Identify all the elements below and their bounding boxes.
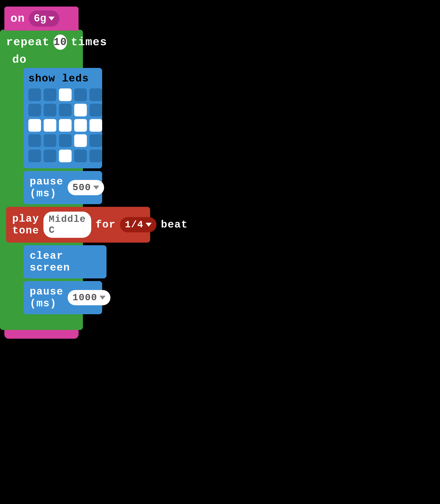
repeat-header: repeat 10 times — [6, 34, 77, 50]
beat-badge[interactable]: 1/4 — [120, 217, 156, 232]
pause-dropdown-2[interactable]: 1000 — [68, 290, 110, 305]
pause-arrow-1-icon — [93, 186, 99, 190]
led-0-3 — [74, 88, 87, 101]
led-3-0 — [28, 134, 41, 147]
beat-label: beat — [161, 219, 188, 231]
led-3-1 — [44, 134, 56, 147]
on-dropdown-value: 6g — [34, 13, 46, 25]
led-1-4 — [89, 104, 102, 116]
led-2-3 — [74, 119, 87, 132]
led-0-2 — [59, 88, 72, 101]
magenta-wrapper: repeat 10 times do show leds — [4, 30, 79, 339]
led-grid — [28, 88, 97, 162]
play-tone-label: play tone — [12, 213, 39, 237]
led-4-4 — [89, 150, 102, 162]
pause-arrow-2-icon — [99, 296, 106, 300]
led-1-1 — [44, 104, 56, 116]
led-4-3 — [74, 150, 87, 162]
pause-value-2: 1000 — [72, 292, 97, 303]
clear-screen-block[interactable]: clear screen — [24, 245, 107, 279]
led-0-0 — [28, 88, 41, 101]
led-3-2 — [59, 134, 72, 147]
beat-arrow-icon — [146, 223, 152, 227]
led-1-3 — [74, 104, 87, 116]
repeat-block-bottom — [6, 323, 77, 330]
led-2-0 — [28, 119, 41, 132]
led-2-1 — [44, 119, 56, 132]
pause-value-1: 500 — [72, 182, 91, 193]
led-4-1 — [44, 150, 56, 162]
on-dropdown-arrow-icon — [48, 17, 55, 21]
repeat-label: repeat — [6, 36, 50, 49]
on-label: on — [11, 12, 25, 25]
pause-label-1: pause (ms) — [30, 176, 63, 199]
repeat-count: 10 — [54, 36, 67, 48]
pause-dropdown-1[interactable]: 500 — [68, 180, 104, 195]
beat-value: 1/4 — [125, 219, 143, 230]
repeat-body: show leds — [6, 68, 77, 323]
blocks-container: on 6g repeat 10 times do show le — [4, 7, 79, 339]
tone-value: Middle C — [49, 214, 86, 236]
led-4-2 — [59, 150, 72, 162]
led-0-4 — [89, 88, 102, 101]
show-leds-block[interactable]: show leds — [24, 68, 102, 168]
repeat-count-badge[interactable]: 10 — [54, 34, 67, 50]
led-2-2 — [59, 119, 72, 132]
clear-screen-label: clear screen — [30, 250, 70, 274]
led-3-3 — [74, 134, 87, 147]
on-block[interactable]: on 6g — [4, 7, 79, 30]
led-1-0 — [28, 104, 41, 116]
play-tone-block[interactable]: play tone Middle C for 1/4 beat — [6, 207, 150, 243]
do-label: do — [6, 50, 77, 68]
led-2-4 — [89, 119, 102, 132]
pause-block-1[interactable]: pause (ms) 500 — [24, 171, 102, 204]
tone-value-badge[interactable]: Middle C — [43, 212, 91, 238]
led-4-0 — [28, 150, 41, 162]
led-3-4 — [89, 134, 102, 147]
pause-block-2[interactable]: pause (ms) 1000 — [24, 281, 102, 314]
times-label: times — [71, 36, 107, 49]
led-0-1 — [44, 88, 56, 101]
for-label: for — [96, 219, 116, 231]
led-1-2 — [59, 104, 72, 116]
pause-label-2: pause (ms) — [30, 286, 63, 309]
on-dropdown[interactable]: 6g — [29, 11, 59, 27]
show-leds-label: show leds — [28, 73, 97, 84]
